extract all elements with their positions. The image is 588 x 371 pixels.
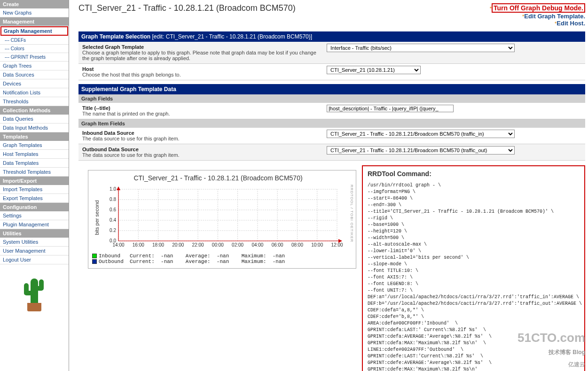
sidebar-item-host-templates[interactable]: Host Templates [0, 150, 69, 159]
sidebar-item-system-utilities[interactable]: System Utilities [0, 238, 69, 247]
label-inbound: Inbound Data Source [82, 130, 319, 136]
subhead-item-fields: Graph Item Fields [78, 119, 585, 128]
svg-text:04:00: 04:00 [251, 242, 263, 247]
sidebar-item-devices[interactable]: Devices [0, 79, 69, 88]
sidebar-item-data-queries[interactable]: Data Queries [0, 115, 69, 124]
sidebar-item-notification-lists[interactable]: Notification Lists [0, 88, 69, 97]
svg-marker-19 [117, 186, 120, 190]
rrdtool-title: RRDTool Command: [368, 170, 580, 178]
link-edit-template[interactable]: Edit Graph Template. [524, 13, 585, 20]
graph-title: CTI_Server_21 - Traffic - 10.28.1.21 (Br… [92, 174, 344, 182]
sidebar-item-graph-trees[interactable]: Graph Trees [0, 62, 69, 70]
sidebar-item-colors[interactable]: --- Colors [0, 45, 69, 53]
swatch-outbound-icon [92, 259, 97, 264]
graph-legend: Inbound Current: -nan Average: -nan Maxi… [92, 253, 344, 264]
svg-text:06:00: 06:00 [272, 242, 283, 247]
sidebar-item-settings[interactable]: Settings [0, 211, 69, 220]
select-host[interactable]: CTI_Server_21 (10.28.1.21) [327, 66, 421, 74]
link-edit-host[interactable]: Edit Host. [557, 20, 585, 27]
label-host: Host [82, 66, 319, 72]
label-outbound: Outbound Data Source [82, 147, 319, 152]
svg-text:0.2: 0.2 [110, 228, 116, 233]
section-title: Graph Template Selection [81, 33, 150, 40]
link-debug-mode[interactable]: Turn Off Graph Debug Mode. [492, 3, 585, 13]
subhead-graph-fields: Graph Fields [78, 94, 585, 103]
sidebar-item-import-templates[interactable]: Import Templates [0, 185, 69, 194]
cactus-logo-icon [20, 269, 48, 311]
swatch-inbound-icon [92, 254, 97, 258]
svg-text:02:00: 02:00 [232, 242, 243, 247]
sidebar-item-graph-management[interactable]: Graph Management [0, 26, 68, 36]
svg-text:10:00: 10:00 [311, 242, 323, 247]
sidebar-item-threshold-templates[interactable]: Threshold Templates [0, 168, 69, 177]
section-edit-label: [edit: CTI_Server_21 - Traffic - 10.28.1… [152, 33, 313, 40]
side-header-create: Create [0, 0, 69, 8]
select-inbound[interactable]: CTI_Server_21 - Traffic - 10.28.1.21/Bro… [327, 130, 515, 138]
sidebar: Create New Graphs Management Graph Manag… [0, 0, 69, 371]
svg-text:0.4: 0.4 [110, 217, 116, 223]
sidebar-item-cdefs[interactable]: --- CDEFs [0, 36, 69, 45]
desc-selected-template: Choose a graph template to apply to this… [82, 50, 319, 61]
section-supplemental: Supplemental Graph Template Data [78, 84, 585, 94]
side-header-configuration: Configuration [0, 203, 69, 211]
sidebar-item-export-templates[interactable]: Export Templates [0, 194, 69, 203]
svg-text:12:00: 12:00 [331, 242, 343, 247]
svg-text:08:00: 08:00 [291, 242, 303, 247]
sidebar-item-data-templates[interactable]: Data Templates [0, 159, 69, 168]
sidebar-item-user-management[interactable]: User Management [0, 247, 69, 255]
select-graph-template[interactable]: Interface - Traffic (bits/sec) [327, 44, 515, 52]
svg-text:20:00: 20:00 [172, 242, 184, 247]
side-header-management: Management [0, 17, 69, 26]
sidebar-item-logout-user[interactable]: Logout User [0, 255, 69, 264]
svg-text:22:00: 22:00 [192, 242, 204, 247]
sidebar-item-data-sources[interactable]: Data Sources [0, 70, 69, 79]
side-header-utilities: Utilities [0, 229, 69, 238]
desc-host: Choose the host that this graph belongs … [82, 72, 319, 77]
label-selected-template: Selected Graph Template [82, 44, 319, 50]
desc-outbound: The data source to use for this graph it… [82, 152, 319, 158]
watermark: 51CTO.com 技术博客 Blog 亿速云 [517, 332, 585, 368]
svg-text:0.8: 0.8 [110, 197, 116, 202]
side-header-import-export: Import/Export [0, 177, 69, 185]
sidebar-item-data-input-methods[interactable]: Data Input Methods [0, 124, 69, 132]
svg-text:16:00: 16:00 [133, 242, 144, 247]
svg-text:0.6: 0.6 [110, 207, 116, 212]
graph-side-note: RRDTOOL / TOBI OETIKER [350, 185, 354, 242]
svg-text:00:00: 00:00 [212, 242, 224, 247]
select-outbound[interactable]: CTI_Server_21 - Traffic - 10.28.1.21/Bro… [327, 146, 515, 155]
side-header-templates: Templates [0, 132, 69, 141]
graph-ylabel: bits per second [92, 200, 100, 235]
label-title: Title (--title) [82, 105, 319, 111]
svg-text:18:00: 18:00 [152, 242, 164, 247]
sidebar-item-plugin-management[interactable]: Plugin Management [0, 220, 69, 229]
svg-text:1.0: 1.0 [110, 186, 116, 192]
input-title[interactable] [327, 105, 454, 112]
side-header-collection: Collection Methods [0, 106, 69, 115]
traffic-graph: CTI_Server_21 - Traffic - 10.28.1.21 (Br… [88, 170, 356, 269]
main-content: CTI_Server_21 - Traffic - 10.28.1.21 (Br… [69, 0, 588, 371]
page-title: CTI_Server_21 - Traffic - 10.28.1.21 (Br… [78, 3, 296, 13]
sidebar-item-graph-templates[interactable]: Graph Templates [0, 141, 69, 150]
sidebar-item-new-graphs[interactable]: New Graphs [0, 8, 69, 17]
section-graph-template-selection: Graph Template Selection [edit: CTI_Serv… [78, 31, 585, 42]
desc-title: The name that is printed on the graph. [82, 111, 319, 116]
top-links: *Turn Off Graph Debug Mode. *Edit Graph … [490, 3, 585, 27]
desc-inbound: The data source to use for this graph it… [82, 136, 319, 141]
svg-text:14:00: 14:00 [112, 242, 124, 247]
sidebar-item-thresholds[interactable]: Thresholds [0, 97, 69, 106]
graph-plot: 0.00.20.40.60.81.0 14:0016:0018:0020:002… [100, 185, 344, 250]
sidebar-item-gprint-presets[interactable]: --- GPRINT Presets [0, 53, 69, 62]
